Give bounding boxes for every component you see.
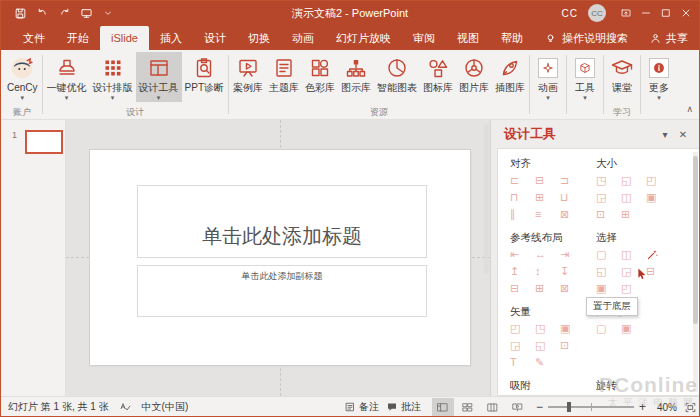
shape-crop-icon[interactable]: ⊡: [560, 337, 585, 354]
align-right-icon[interactable]: ⊐: [560, 172, 585, 189]
undo-icon[interactable]: [34, 5, 50, 21]
copy-icon[interactable]: ▢: [596, 320, 621, 337]
illustration-library-button[interactable]: 插图库: [492, 52, 528, 102]
smart-chart-button[interactable]: 智能图表: [374, 52, 420, 102]
text-tool-icon[interactable]: T: [510, 354, 535, 371]
match-width-icon[interactable]: ◲: [596, 189, 621, 206]
start-slideshow-icon[interactable]: [78, 5, 94, 21]
align-top-icon[interactable]: ⊓: [510, 189, 535, 206]
design-tools-button[interactable]: 设计工具▾: [136, 52, 182, 102]
tab-islide[interactable]: iSlide: [100, 26, 149, 50]
language-indicator[interactable]: 中文(中国): [142, 400, 189, 414]
tab-insert[interactable]: 插入: [149, 26, 193, 50]
collapse-ribbon-icon[interactable]: ∧: [686, 104, 693, 414]
bring-to-front-icon[interactable]: ◱: [596, 263, 621, 280]
slideshow-view-button[interactable]: [507, 398, 529, 416]
distribute-vertical-icon[interactable]: ≡: [535, 206, 560, 223]
icon-library-button[interactable]: 图标库: [420, 52, 456, 102]
matrix-distribute-icon[interactable]: ⊠: [560, 206, 585, 223]
share-button[interactable]: 共享: [649, 26, 688, 50]
more-button[interactable]: 更多▾: [642, 52, 676, 102]
ppt-diagnose-button[interactable]: PPT诊断: [182, 52, 227, 102]
reading-view-button[interactable]: [482, 398, 504, 416]
guide-right-icon[interactable]: ⇥: [560, 246, 585, 263]
box-select-icon[interactable]: ▢: [596, 246, 621, 263]
theme-library-button[interactable]: 主题库: [266, 52, 302, 102]
zoom-out-icon[interactable]: −: [536, 400, 543, 414]
minimize-icon[interactable]: [636, 3, 656, 23]
tab-slideshow[interactable]: 幻灯片放映: [325, 26, 402, 50]
fit-slide-to-window-icon[interactable]: [684, 401, 697, 414]
swap-size-icon[interactable]: ▣: [646, 189, 671, 206]
guide-bottom-icon[interactable]: ↧: [560, 263, 585, 280]
user-avatar[interactable]: CC: [588, 4, 606, 22]
shape-combine-icon[interactable]: ◳: [535, 320, 560, 337]
spellcheck-icon[interactable]: [119, 401, 132, 414]
pen-tool-icon[interactable]: ✎: [535, 354, 560, 371]
slide-thumbnail[interactable]: [25, 130, 63, 154]
zoom-slider[interactable]: − +: [536, 400, 646, 414]
guide-margin-icon[interactable]: ⊟: [510, 280, 535, 297]
normal-view-button[interactable]: [432, 398, 454, 416]
one-key-optimize-button[interactable]: 一键优化▾: [44, 52, 90, 102]
slide[interactable]: 单击此处添加标题 单击此处添加副标题: [90, 150, 470, 365]
align-bottom-icon[interactable]: ⊔: [560, 189, 585, 206]
guide-top-icon[interactable]: ↥: [510, 263, 535, 280]
picture-library-button[interactable]: 图片库: [456, 52, 492, 102]
tab-home[interactable]: 开始: [56, 26, 100, 50]
shape-subtract-icon[interactable]: ◱: [535, 337, 560, 354]
tab-transitions[interactable]: 切换: [237, 26, 281, 50]
equal-height-icon[interactable]: ◱: [621, 172, 646, 189]
shape-intersect-icon[interactable]: ◲: [510, 337, 535, 354]
close-icon[interactable]: [676, 3, 696, 23]
cency-account-button[interactable]: CenCy▾: [4, 52, 41, 102]
tab-review[interactable]: 审阅: [402, 26, 446, 50]
case-library-button[interactable]: 案例库: [230, 52, 266, 102]
panel-dropdown-caret-icon[interactable]: ▾: [656, 129, 674, 140]
guide-left-icon[interactable]: ⇤: [510, 246, 535, 263]
diagram-library-button[interactable]: 图示库: [338, 52, 374, 102]
distribute-horizontal-icon[interactable]: ∥: [510, 206, 535, 223]
align-center-horizontal-icon[interactable]: ⊟: [535, 172, 560, 189]
select-next-icon[interactable]: ⊟: [646, 263, 671, 280]
ribbon-display-options-icon[interactable]: [616, 3, 636, 23]
notes-button[interactable]: 备注: [344, 400, 379, 414]
tab-file[interactable]: 文件: [12, 26, 56, 50]
guide-middle-icon[interactable]: ↕: [535, 263, 560, 280]
tools-button[interactable]: 工具▾: [568, 52, 602, 102]
save-icon[interactable]: [12, 5, 28, 21]
guide-center-icon[interactable]: ↔: [535, 246, 560, 263]
color-library-button[interactable]: 色彩库: [302, 52, 338, 102]
equal-width-icon[interactable]: ◳: [596, 172, 621, 189]
maximize-icon[interactable]: [656, 3, 676, 23]
shape-union-icon[interactable]: ◰: [510, 320, 535, 337]
customize-qat-icon[interactable]: [100, 5, 116, 21]
equal-size-icon[interactable]: ◰: [646, 172, 671, 189]
align-middle-icon[interactable]: ⊞: [535, 189, 560, 206]
guide-matrix-icon[interactable]: ⊠: [560, 280, 585, 297]
animation-button[interactable]: 动画▾: [531, 52, 565, 102]
design-layout-button[interactable]: 设计排版▾: [90, 52, 136, 102]
zoom-level[interactable]: 40%: [653, 402, 677, 413]
tab-help[interactable]: 帮助: [490, 26, 534, 50]
title-placeholder[interactable]: 单击此处添加标题: [137, 185, 427, 258]
tell-me-search[interactable]: 操作说明搜索: [544, 26, 628, 50]
subtitle-placeholder[interactable]: 单击此处添加副标题: [137, 265, 427, 317]
paste-icon[interactable]: ▣: [621, 320, 646, 337]
match-height-icon[interactable]: ◫: [621, 189, 646, 206]
guide-grid-icon[interactable]: ⊞: [535, 280, 560, 297]
panel-scrollbar[interactable]: [693, 152, 698, 392]
group-select-icon[interactable]: ◫: [621, 246, 646, 263]
slide-sorter-view-button[interactable]: [457, 398, 479, 416]
redo-icon[interactable]: [56, 5, 72, 21]
classroom-button[interactable]: 课堂: [605, 52, 639, 102]
canvas-scrollbar[interactable]: [484, 124, 489, 274]
shape-fragment-icon[interactable]: ▣: [560, 320, 585, 337]
align-left-icon[interactable]: ⊏: [510, 172, 535, 189]
magic-select-icon[interactable]: [646, 246, 671, 263]
zoom-in-icon[interactable]: +: [639, 400, 646, 414]
tab-design[interactable]: 设计: [193, 26, 237, 50]
tab-view[interactable]: 视图: [446, 26, 490, 50]
scale-height-icon[interactable]: ⊞: [621, 206, 646, 223]
tab-animations[interactable]: 动画: [281, 26, 325, 50]
